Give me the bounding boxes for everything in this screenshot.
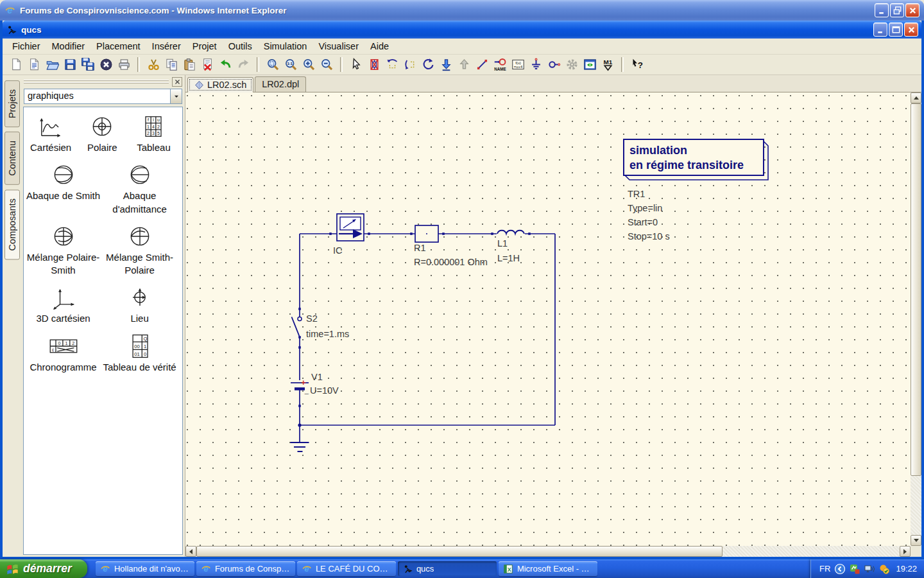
new-file-button[interactable] — [8, 57, 24, 73]
component-current-probe[interactable] — [337, 214, 364, 241]
start-button[interactable]: démarrer — [0, 559, 87, 578]
ground-symbol[interactable] — [291, 442, 309, 451]
close-x-button[interactable] — [904, 22, 918, 37]
panel-grip[interactable] — [24, 80, 169, 83]
close-doc-button[interactable] — [98, 57, 114, 73]
simulation-box[interactable]: simulation en régime transitoire TR1 Typ… — [624, 139, 768, 241]
equation-button[interactable]: f(u)=u+4 — [509, 57, 526, 73]
undo-button[interactable] — [217, 57, 234, 73]
new-text-button[interactable] — [26, 57, 42, 73]
category-select-arrow-button[interactable] — [170, 89, 182, 103]
component-switch[interactable] — [292, 317, 302, 337]
palette-item-tableau-de-ve-rite[interactable]: Q001010Tableau de vérité — [101, 333, 178, 374]
push-into-button[interactable] — [438, 57, 454, 73]
horizontal-scrollbar[interactable] — [185, 546, 911, 557]
palette-item-3d-carte-sien[interactable]: 3D cartésien — [25, 285, 101, 325]
menu-item-fichier[interactable]: Fichier — [6, 39, 46, 53]
rotate-button[interactable] — [420, 57, 436, 73]
pop-out-button[interactable] — [456, 57, 472, 73]
menu-item-modifier[interactable]: Modifier — [46, 39, 91, 53]
component-resistor[interactable] — [415, 225, 438, 242]
vertical-scrollbar[interactable] — [911, 92, 921, 546]
cut-button[interactable] — [145, 57, 162, 73]
palette-item-polaire[interactable]: Polaire — [76, 114, 128, 154]
horizontal-scrollbar-thumb[interactable] — [196, 546, 723, 557]
menu-item-placement[interactable]: Placement — [90, 39, 146, 53]
update-icon[interactable] — [878, 563, 890, 575]
palette-item-lieu[interactable]: Lieu — [101, 285, 178, 325]
menu-item-visualiser[interactable]: Visualiser — [312, 39, 364, 53]
delete-button[interactable] — [199, 57, 216, 73]
sidebar-tab-composants[interactable]: Composants — [4, 189, 20, 259]
save-all-button[interactable] — [80, 57, 96, 73]
palette-item-abaque-de-smith[interactable]: Abaque de Smith — [25, 162, 101, 216]
document-tab-lr02-sch[interactable]: LR02.sch — [187, 77, 253, 92]
antivirus-icon[interactable] — [849, 563, 860, 575]
zoom-out-button[interactable] — [318, 57, 335, 73]
ie-window-titlebar[interactable]: e Forums de Conspirovniscience.com - Win… — [0, 0, 924, 21]
document-tab-lr02-dpl[interactable]: LR02.dpl — [255, 76, 306, 92]
menu-item-inse-rer[interactable]: Insérer — [146, 39, 187, 53]
open-button[interactable] — [44, 57, 60, 73]
menu-item-projet[interactable]: Projet — [187, 39, 223, 53]
select-button[interactable] — [348, 57, 364, 73]
save-button[interactable] — [62, 57, 78, 73]
zoom-1-1-button[interactable]: 1:1 — [282, 57, 299, 73]
close-x-button[interactable] — [905, 3, 920, 17]
taskbar-button-hollande-dit-n-avoir[interactable]: eHollande dit n'avoir «... — [96, 561, 194, 576]
zoom-in-button[interactable] — [300, 57, 317, 73]
scroll-left-button[interactable] — [185, 546, 196, 557]
taskbar-button-qucs[interactable]: qucs — [398, 561, 497, 576]
sidebar-tab-contenu[interactable]: Contenu — [4, 132, 20, 185]
component-inductor[interactable] — [497, 227, 525, 234]
component-labels[interactable]: IC R1 R=0.000001 Ohm L1 L=1H S2 time=1.m… — [301, 238, 520, 399]
sidebar-tab-projets[interactable]: Projets — [4, 80, 20, 127]
vertical-scrollbar-thumb[interactable] — [911, 103, 921, 476]
maximize-button[interactable] — [889, 22, 903, 37]
scroll-up-button[interactable] — [911, 92, 921, 103]
mirror-y-button[interactable] — [402, 57, 418, 73]
help-pointer-button[interactable]: ? — [629, 57, 646, 73]
minimize-button[interactable] — [873, 22, 887, 37]
qucs-window-controls — [873, 22, 918, 37]
simulate-button[interactable] — [563, 57, 580, 73]
scroll-down-button[interactable] — [911, 535, 921, 546]
menu-item-simulation[interactable]: Simulation — [258, 39, 313, 53]
palette-item-carte-sien[interactable]: Cartésien — [25, 114, 76, 154]
minimize-button[interactable] — [875, 3, 889, 17]
mirror-x-button[interactable] — [384, 57, 400, 73]
component-dc-voltage-source[interactable] — [291, 383, 309, 389]
menu-item-aide[interactable]: Aide — [364, 39, 395, 53]
print-button[interactable] — [116, 57, 132, 73]
redo-button[interactable] — [235, 57, 252, 73]
palette-item-chronogramme[interactable]: 012cChronogramme — [25, 333, 101, 374]
data-display-button[interactable] — [581, 57, 598, 73]
palette-item-me-lange-polaire-smith[interactable]: Mélange Polaire-Smith — [25, 223, 101, 277]
zoom-fit-button[interactable] — [264, 57, 281, 73]
qucs-window-titlebar[interactable]: qucs — [3, 21, 921, 39]
palette-item-abaque-d-admittance[interactable]: Abaque d'admittance — [101, 162, 178, 216]
ground-button[interactable] — [527, 57, 544, 73]
taskbar-button-microsoft-excel-clas[interactable]: XMicrosoft Excel - Clas... — [499, 561, 597, 576]
menu-item-outils[interactable]: Outils — [223, 39, 258, 53]
language-indicator[interactable]: FR — [819, 564, 830, 574]
taskbar-button-le-cafe-du-commer[interactable]: eLE CAFÉ DU COMMER... — [297, 561, 396, 576]
port-button[interactable] — [545, 57, 562, 73]
display-audio-icon[interactable] — [864, 563, 875, 575]
component-category-select[interactable]: graphiques — [24, 89, 182, 104]
clock[interactable]: 19:22 — [896, 564, 917, 574]
deactivate-button[interactable] — [366, 57, 382, 73]
copy-button[interactable] — [163, 57, 180, 73]
panel-close-button[interactable] — [172, 77, 182, 87]
wire-button[interactable] — [474, 57, 490, 73]
scroll-right-button[interactable] — [900, 546, 911, 557]
palette-item-me-lange-smith-polaire[interactable]: Mélange Smith-Polaire — [101, 223, 178, 277]
system-tray: FR 19:22 — [810, 559, 924, 578]
paste-button[interactable] — [181, 57, 198, 73]
marker-button[interactable]: M1 — [599, 57, 616, 73]
restore-button[interactable] — [890, 3, 904, 17]
collapse-icon[interactable] — [834, 563, 846, 575]
palette-item-tableau[interactable]: fiu142235Tableau — [128, 114, 179, 154]
taskbar-button-forums-de-conspirov[interactable]: eForums de Conspirov... — [196, 561, 295, 576]
wire-label-button[interactable]: NAME — [492, 57, 508, 73]
